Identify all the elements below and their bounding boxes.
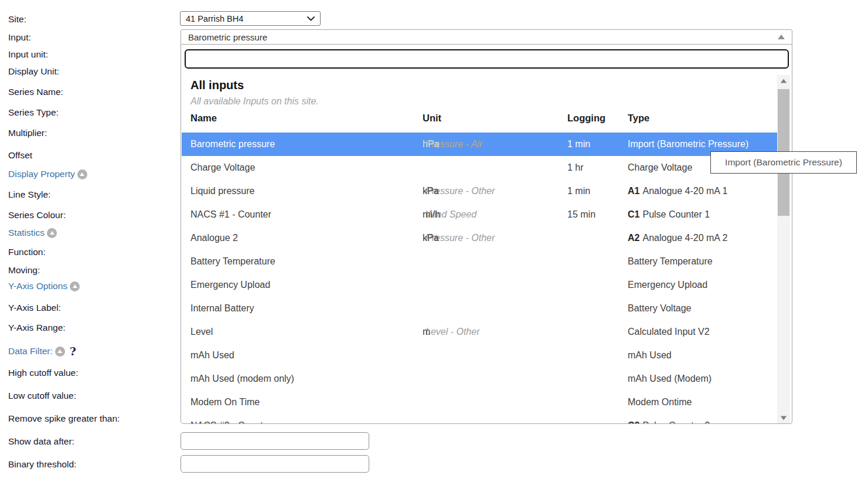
option-type: Modem Ontime xyxy=(628,391,692,414)
option-type: mAh Used (Modem) xyxy=(628,367,712,391)
label-text: Binary threshold: xyxy=(8,459,76,470)
label-text: Input: xyxy=(8,32,31,43)
input-option-row[interactable]: Charge Voltage1 hrCharge Voltage xyxy=(182,156,777,179)
input-option-row[interactable]: Battery TemperatureBattery Temperature xyxy=(182,250,777,273)
label-text: Display Unit: xyxy=(8,66,59,77)
input-option-row[interactable]: LevelmLevel - OtherCalculated Input V2 xyxy=(182,320,777,344)
section-toggle-statistics[interactable]: Statistics xyxy=(8,228,57,238)
scroll-down-button[interactable] xyxy=(777,412,790,424)
dropdown-column-headers: Name Unit Logging Type xyxy=(181,113,777,128)
input-option-row[interactable]: Barometric pressurehPaPressure - Air1 mi… xyxy=(182,133,777,156)
type-text: Battery Temperature xyxy=(628,256,713,266)
unit-abbreviation: mi/h xyxy=(423,203,440,226)
collapse-arrow-icon[interactable] xyxy=(778,35,785,39)
help-icon[interactable]: ? xyxy=(70,345,76,358)
scroll-up-button[interactable] xyxy=(777,75,790,87)
unit-abbreviation: kPa xyxy=(423,179,439,203)
label-text: High cutoff value: xyxy=(8,368,78,378)
dropdown-group-title: All inputs xyxy=(190,79,244,92)
label-high-cutoff-value: High cutoff value: xyxy=(8,368,78,378)
label-text: Show data after: xyxy=(8,436,74,447)
collapse-circle-icon[interactable] xyxy=(55,347,65,357)
type-text: Charge Voltage xyxy=(628,162,692,172)
label-offset: Offset xyxy=(8,150,32,161)
column-header-logging: Logging xyxy=(567,113,605,124)
label-text: Function: xyxy=(8,247,46,257)
label-moving: Moving: xyxy=(8,265,40,276)
type-text: Calculated Input V2 xyxy=(628,327,710,337)
label-text: Series Name: xyxy=(8,87,63,97)
input-option-row[interactable]: Liquid pressurekPaPressure - Other1 minA… xyxy=(182,179,777,203)
option-name: Internal Battery xyxy=(190,297,254,320)
label-text: Low cutoff value: xyxy=(8,391,76,401)
label-display-unit: Display Unit: xyxy=(8,66,59,77)
option-name: Liquid pressure xyxy=(190,179,254,203)
type-text: Battery Voltage xyxy=(628,303,692,313)
option-name: Barometric pressure xyxy=(190,133,275,156)
label-text: Moving: xyxy=(8,265,40,276)
site-select-value: 41 Parrish BH4 xyxy=(186,14,243,23)
label-y-axis-label: Y-Axis Label: xyxy=(8,303,61,313)
collapse-circle-icon[interactable] xyxy=(70,281,80,291)
section-toggle-data-filter[interactable]: Data Filter:? xyxy=(8,345,76,358)
label-text: Offset xyxy=(8,150,32,161)
option-unit: mLevel - Other xyxy=(423,320,479,344)
option-type: A1Analogue 4-20 mA 1 xyxy=(628,179,727,203)
type-text: Pulse Counter 2 xyxy=(642,420,710,424)
label-input: Input: xyxy=(8,32,31,43)
input-option-row[interactable]: Emergency UploadEmergency Upload xyxy=(182,273,777,297)
input-option-row[interactable]: Internal BatteryBattery Voltage xyxy=(182,297,777,320)
section-toggle-y-axis-options[interactable]: Y-Axis Options xyxy=(8,281,80,291)
option-name: mAh Used xyxy=(190,344,234,367)
option-type: A2Analogue 4-20 mA 2 xyxy=(628,226,727,250)
option-logging: 1 hr xyxy=(567,156,584,179)
option-type: mAh Used xyxy=(628,344,672,367)
label-text: Y-Axis Range: xyxy=(8,323,66,333)
label-text: Line Style: xyxy=(8,189,50,200)
triangle-down-icon xyxy=(781,416,787,420)
option-logging: 1 min xyxy=(567,179,590,203)
option-logging: 15 min xyxy=(567,203,595,226)
input-option-row[interactable]: NACS #2 - CounterC2Pulse Counter 2 xyxy=(182,414,777,424)
section-toggle-display-property[interactable]: Display Property xyxy=(8,169,87,179)
input-search-field[interactable] xyxy=(185,49,789,69)
option-name: Battery Temperature xyxy=(190,250,275,273)
option-type: Battery Temperature xyxy=(628,250,713,273)
label-remove-spike-greater-than: Remove spike greater than: xyxy=(8,413,120,424)
option-type: C2Pulse Counter 2 xyxy=(628,414,710,424)
input-option-row[interactable]: Analogue 2kPaPressure - OtherA2Analogue … xyxy=(182,226,777,250)
input-option-row[interactable]: Modem On TimeModem Ontime xyxy=(182,391,777,414)
unit-abbreviation: kPa xyxy=(423,226,439,250)
type-text: mAh Used (Modem) xyxy=(628,374,712,384)
label-text: Y-Axis Label: xyxy=(8,303,61,313)
triangle-up-icon xyxy=(781,79,787,83)
label-text: Series Type: xyxy=(8,107,59,118)
type-text: Emergency Upload xyxy=(628,280,707,290)
input-option-row[interactable]: mAh Used (modem only)mAh Used (Modem) xyxy=(182,367,777,391)
collapse-circle-icon[interactable] xyxy=(47,228,57,238)
option-unit: kPaPressure - Other xyxy=(423,179,495,203)
site-select[interactable]: 41 Parrish BH4 xyxy=(180,11,321,26)
input-combobox[interactable]: Barometric pressure xyxy=(181,29,792,45)
option-unit: kPaPressure - Other xyxy=(423,226,495,250)
option-name: Analogue 2 xyxy=(190,226,238,250)
binary-threshold-input[interactable] xyxy=(181,455,369,473)
input-option-row[interactable]: mAh UsedmAh Used xyxy=(182,344,777,367)
option-logging: 1 min xyxy=(567,133,590,156)
type-channel-code: A1 xyxy=(628,186,639,196)
collapse-circle-icon[interactable] xyxy=(77,169,87,179)
show-data-after-input[interactable] xyxy=(181,432,369,450)
unit-category: Level - Other xyxy=(426,327,479,337)
label-show-data-after: Show data after: xyxy=(8,436,74,447)
dropdown-scrollbar[interactable] xyxy=(777,75,790,424)
unit-abbreviation: m xyxy=(423,320,430,344)
column-header-type: Type xyxy=(628,113,649,124)
label-multiplier: Multiplier: xyxy=(8,128,47,138)
type-channel-code: C1 xyxy=(628,209,639,219)
input-option-row[interactable]: NACS #1 - Countermi/hWind Speed15 minC1P… xyxy=(182,203,777,226)
option-unit: hPaPressure - Air xyxy=(423,133,482,156)
option-type: Charge Voltage xyxy=(628,156,692,179)
option-type: C1Pulse Counter 1 xyxy=(628,203,710,226)
type-text: Analogue 4-20 mA 2 xyxy=(642,233,727,243)
label-input-unit: Input unit: xyxy=(8,49,48,60)
